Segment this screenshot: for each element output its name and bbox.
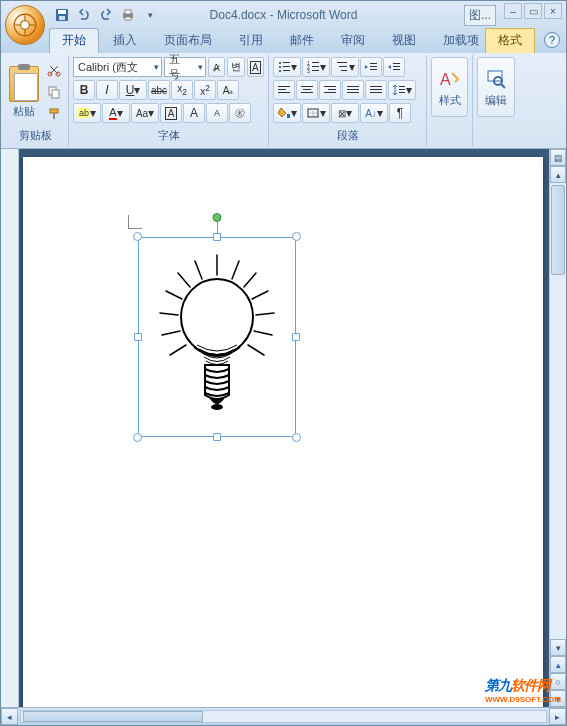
group-font: Calibri (西文 五号 A̷ 변 A B I U▾ abc x2 x2 A… xyxy=(69,55,269,146)
tab-references[interactable]: 引用 xyxy=(226,28,276,53)
scroll-track-v[interactable] xyxy=(550,183,566,639)
scroll-up-button[interactable]: ▴ xyxy=(550,166,566,183)
prev-page-button[interactable]: ▴ xyxy=(550,656,566,673)
svg-rect-50 xyxy=(399,86,405,87)
grow-font-button[interactable]: A xyxy=(183,103,205,123)
format-painter-button[interactable] xyxy=(44,104,64,124)
resize-handle-nw[interactable] xyxy=(133,232,142,241)
scroll-down-button[interactable]: ▾ xyxy=(550,639,566,656)
find-icon xyxy=(484,67,508,91)
svg-rect-38 xyxy=(301,86,313,87)
svg-line-64 xyxy=(178,273,190,287)
char-border-button[interactable]: A xyxy=(247,57,264,77)
svg-rect-17 xyxy=(283,66,290,67)
resize-handle-ne[interactable] xyxy=(292,232,301,241)
distributed-button[interactable] xyxy=(365,80,387,100)
paste-button[interactable]: 粘贴 xyxy=(7,57,41,127)
page-viewport[interactable] xyxy=(19,149,549,707)
scroll-thumb-v[interactable] xyxy=(551,185,565,275)
enclosed-char-button[interactable]: ㊔ xyxy=(229,103,251,123)
strikethrough-button[interactable]: abc xyxy=(148,80,170,100)
resize-handle-w[interactable] xyxy=(134,333,142,341)
tab-review[interactable]: 审阅 xyxy=(328,28,378,53)
bullets-button[interactable]: ▾ xyxy=(273,57,301,77)
tab-view[interactable]: 视图 xyxy=(379,28,429,53)
save-button[interactable] xyxy=(53,6,71,24)
scroll-left-button[interactable]: ◂ xyxy=(1,708,18,725)
tab-insert[interactable]: 插入 xyxy=(100,28,150,53)
resize-handle-sw[interactable] xyxy=(133,433,142,442)
superscript-button[interactable]: x2 xyxy=(194,80,216,100)
window-title: Doc4.docx - Microsoft Word xyxy=(210,8,358,22)
sort-button[interactable]: A↓▾ xyxy=(360,103,388,123)
vertical-scrollbar[interactable]: ▤ ▴ ▾ ▴ ○ ▾ xyxy=(549,149,566,707)
group-paragraph: ▾ 123▾ ▾ ▾ ▾ ▾ ⊠▾ xyxy=(269,55,427,146)
char-shading-button[interactable]: A xyxy=(160,103,182,123)
print-button[interactable] xyxy=(119,6,137,24)
ruler-toggle[interactable]: ▤ xyxy=(550,149,566,166)
clear-formatting-button[interactable]: A̷ xyxy=(208,57,225,77)
align-right-button[interactable] xyxy=(319,80,341,100)
copy-button[interactable] xyxy=(44,82,64,102)
numbering-button[interactable]: 123▾ xyxy=(302,57,330,77)
font-family-combo[interactable]: Calibri (西文 xyxy=(73,57,162,77)
underline-button[interactable]: U▾ xyxy=(119,80,147,100)
styles-button[interactable]: A 样式 xyxy=(431,57,468,117)
justify-button[interactable] xyxy=(342,80,364,100)
lightbulb-image[interactable] xyxy=(150,247,284,427)
font-size-combo[interactable]: 五号 xyxy=(164,57,205,77)
minimize-button[interactable]: – xyxy=(504,3,522,19)
pinyin-guide-button[interactable]: 변 xyxy=(227,57,244,77)
undo-button[interactable] xyxy=(75,6,93,24)
group-clipboard: 粘贴 剪贴板 xyxy=(3,55,69,146)
shading-button[interactable]: ▾ xyxy=(273,103,301,123)
resize-handle-n[interactable] xyxy=(213,233,221,241)
line-spacing-button[interactable]: ▾ xyxy=(388,80,416,100)
resize-handle-se[interactable] xyxy=(292,433,301,442)
resize-handle-e[interactable] xyxy=(292,333,300,341)
cut-button[interactable] xyxy=(44,60,64,80)
scroll-thumb-h[interactable] xyxy=(23,711,203,722)
tab-home[interactable]: 开始 xyxy=(49,28,99,53)
office-button[interactable] xyxy=(5,5,45,45)
editing-button[interactable]: 编辑 xyxy=(477,57,515,117)
decrease-indent-button[interactable] xyxy=(360,57,382,77)
close-button[interactable]: × xyxy=(544,3,562,19)
highlight-button[interactable]: ab▾ xyxy=(73,103,101,123)
help-button[interactable]: ? xyxy=(544,32,560,48)
align-left-button[interactable] xyxy=(273,80,295,100)
show-marks-button[interactable]: ¶ xyxy=(389,103,411,123)
tab-mailings[interactable]: 邮件 xyxy=(277,28,327,53)
change-case-aa-button[interactable]: Aa▾ xyxy=(131,103,159,123)
scroll-right-button[interactable]: ▸ xyxy=(549,708,566,725)
align-center-button[interactable] xyxy=(296,80,318,100)
svg-rect-23 xyxy=(312,66,319,67)
asian-layout-button[interactable]: ⊠▾ xyxy=(331,103,359,123)
svg-text:A: A xyxy=(440,71,451,88)
tab-addins[interactable]: 加载项 xyxy=(430,28,492,53)
tab-format[interactable]: 格式 xyxy=(485,28,535,53)
svg-rect-43 xyxy=(324,92,336,93)
svg-line-67 xyxy=(252,291,268,299)
subscript-button[interactable]: x2 xyxy=(171,80,193,100)
qat-customize[interactable]: ▾ xyxy=(141,6,159,24)
watermark-url: WWW.D9SOFT.COM xyxy=(485,695,561,704)
shrink-font-button[interactable]: A xyxy=(206,103,228,123)
tab-layout[interactable]: 页面布局 xyxy=(151,28,225,53)
increase-indent-button[interactable] xyxy=(383,57,405,77)
multilevel-list-button[interactable]: ▾ xyxy=(331,57,359,77)
font-color-button[interactable]: A▾ xyxy=(102,103,130,123)
scroll-track-h[interactable] xyxy=(20,710,547,723)
vertical-ruler[interactable] xyxy=(1,149,19,707)
redo-button[interactable] xyxy=(97,6,115,24)
resize-handle-s[interactable] xyxy=(213,433,221,441)
svg-rect-36 xyxy=(278,89,286,90)
document-page[interactable] xyxy=(23,157,543,707)
change-case-button[interactable]: Aₐ xyxy=(217,80,239,100)
rotation-handle[interactable] xyxy=(213,213,222,222)
selected-image-frame[interactable] xyxy=(138,237,296,437)
restore-button[interactable]: ▭ xyxy=(524,3,542,19)
italic-button[interactable]: I xyxy=(96,80,118,100)
borders-button[interactable]: ▾ xyxy=(302,103,330,123)
bold-button[interactable]: B xyxy=(73,80,95,100)
